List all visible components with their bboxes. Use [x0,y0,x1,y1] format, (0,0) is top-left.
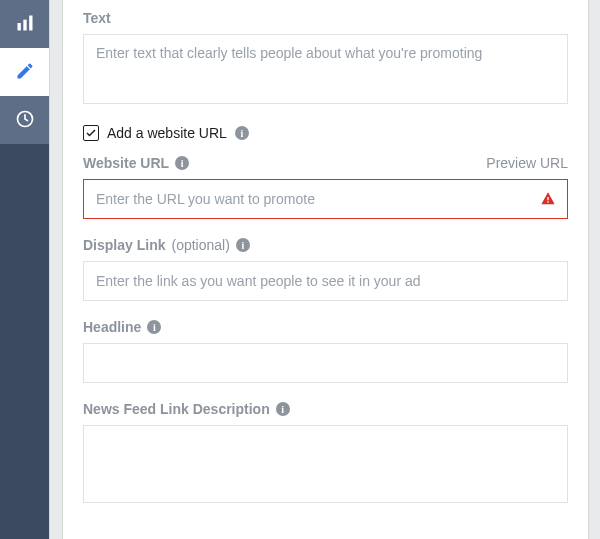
website-url-label: Website URL i [83,155,189,171]
gap-right [588,0,600,539]
news-feed-desc-label: News Feed Link Description i [83,401,290,417]
gap-left [49,0,63,539]
text-input[interactable] [83,34,568,104]
field-headline: Headline i [83,319,568,383]
form-panel: Text Add a website URL i Website URL i P… [63,0,588,539]
display-link-input[interactable] [83,261,568,301]
info-icon[interactable]: i [276,402,290,416]
field-website-url: Website URL i Preview URL [83,155,568,219]
text-label: Text [83,10,111,26]
svg-rect-0 [17,23,20,31]
sidebar-item-history[interactable] [0,96,49,144]
headline-input[interactable] [83,343,568,383]
sidebar [0,0,49,539]
info-icon[interactable]: i [175,156,189,170]
clock-icon [15,109,35,132]
bar-chart-icon [15,13,35,36]
field-text: Text [83,10,568,107]
display-link-label: Display Link (optional) i [83,237,250,253]
svg-rect-2 [29,15,32,30]
pencil-icon [15,61,35,84]
svg-rect-1 [23,19,26,30]
field-display-link: Display Link (optional) i [83,237,568,301]
headline-label: Headline i [83,319,161,335]
add-url-label: Add a website URL [107,125,227,141]
info-icon[interactable]: i [147,320,161,334]
info-icon[interactable]: i [235,126,249,140]
info-icon[interactable]: i [236,238,250,252]
sidebar-item-edit[interactable] [0,48,49,96]
svg-rect-4 [547,197,548,200]
sidebar-item-stats[interactable] [0,0,49,48]
svg-rect-5 [547,201,548,202]
add-url-row: Add a website URL i [83,125,568,141]
preview-url-link[interactable]: Preview URL [486,155,568,171]
warning-icon [540,191,556,207]
add-url-checkbox[interactable] [83,125,99,141]
website-url-input[interactable] [83,179,568,219]
field-news-feed-desc: News Feed Link Description i [83,401,568,506]
news-feed-desc-input[interactable] [83,425,568,503]
